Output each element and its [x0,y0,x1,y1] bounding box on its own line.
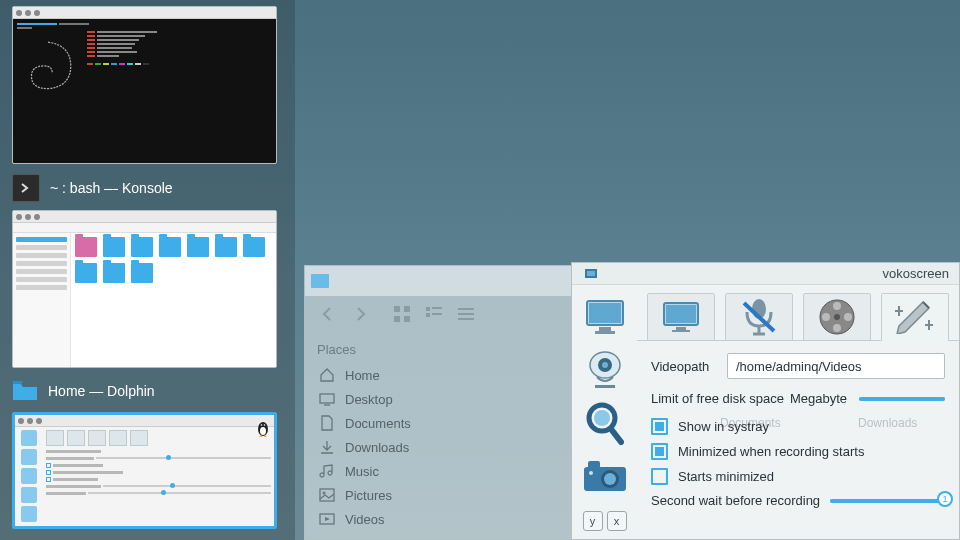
task-thumbnail-dolphin[interactable] [12,210,277,368]
svg-rect-4 [394,306,400,312]
freespace-label: Limit of free disk space [651,391,784,406]
starts-minimized-label: Starts minimized [678,469,774,484]
vokoscreen-top-tabs [637,285,959,341]
top-tab-screen[interactable] [647,293,715,341]
side-tab-camera[interactable] [579,454,631,502]
svg-point-46 [822,313,830,321]
svg-rect-6 [394,316,400,322]
svg-rect-22 [589,303,621,323]
hotkey-y: y [583,511,603,531]
svg-point-45 [833,324,841,332]
places-item-pictures[interactable]: Pictures [317,483,561,507]
minimized-recording-row[interactable]: Minimized when recording starts [651,443,945,460]
svg-point-47 [834,314,840,320]
task-switcher-panel: ~ : bash — Konsole Home — Dolphin [0,0,295,540]
task-row-konsole[interactable]: ~ : bash — Konsole [6,168,289,210]
minimized-recording-checkbox[interactable] [651,443,668,460]
places-item-documents[interactable]: Documents [317,411,561,435]
videopath-input[interactable] [727,353,945,379]
svg-rect-28 [595,385,615,388]
dolphin-window-background: Places Home Desktop Documents Downloads … [304,265,574,540]
svg-point-3 [264,424,266,426]
svg-point-35 [589,471,593,475]
debian-swirl-icon [17,37,79,99]
freespace-slider[interactable] [859,397,945,401]
svg-rect-15 [320,394,334,403]
svg-point-44 [844,313,852,321]
svg-rect-11 [432,313,442,315]
videopath-row: Videopath [651,353,945,379]
compact-icon [425,305,443,323]
starts-minimized-row[interactable]: Starts minimized [651,468,945,485]
countdown-value[interactable]: 1 [937,491,953,507]
svg-rect-14 [458,318,474,320]
svg-rect-38 [676,327,686,330]
window-title: vokoscreen [883,266,949,281]
svg-rect-10 [426,313,430,317]
folder-icon [12,378,38,404]
dolphin-toolbar [305,296,573,332]
show-systray-row[interactable]: Show in systray [651,418,945,435]
vokoscreen-titlebar[interactable]: vokoscreen [572,263,959,285]
freespace-row: Limit of free disk space Megabyte [651,391,945,406]
freespace-unit: Megabyte [790,391,847,406]
places-item-videos[interactable]: Videos [317,507,561,531]
side-tab-display[interactable] [579,293,631,341]
grid-icon [393,305,411,323]
top-tab-misc[interactable] [881,293,949,341]
countdown-row: Second wait before recording 1 [651,493,945,508]
svg-rect-37 [666,305,696,323]
countdown-label: Second wait before recording [651,493,820,508]
vokoscreen-side-tabs: y x [572,285,637,539]
svg-rect-7 [404,316,410,322]
svg-rect-23 [599,327,611,331]
places-item-home[interactable]: Home [317,363,561,387]
svg-rect-13 [458,313,474,315]
svg-rect-9 [432,307,442,309]
task-thumbnail-konsole[interactable] [12,6,277,164]
places-item-music[interactable]: Music [317,459,561,483]
side-tab-webcam[interactable] [579,347,631,395]
detail-icon [457,305,475,323]
starts-minimized-checkbox[interactable] [651,468,668,485]
task-thumbnail-vokoscreen[interactable] [12,412,277,529]
svg-point-27 [602,362,608,368]
back-icon [319,305,337,323]
places-heading: Places [317,342,561,357]
countdown-slider[interactable]: 1 [830,499,945,503]
svg-rect-39 [672,330,690,332]
forward-icon [351,305,369,323]
svg-rect-32 [588,461,600,469]
hotkey-row: y x [583,511,627,531]
show-systray-label: Show in systray [678,419,769,434]
svg-rect-5 [404,306,410,312]
svg-rect-12 [458,308,474,310]
tux-icon [256,419,270,437]
svg-point-43 [833,302,841,310]
top-tab-codec[interactable] [803,293,871,341]
places-item-downloads[interactable]: Downloads [317,435,561,459]
vokoscreen-window: vokoscreen y x [571,262,960,540]
side-tab-magnifier[interactable] [579,400,631,448]
show-systray-checkbox[interactable] [651,418,668,435]
task-title: ~ : bash — Konsole [50,180,173,196]
konsole-icon [12,174,40,202]
top-tab-audio[interactable] [725,293,793,341]
task-row-dolphin[interactable]: Home — Dolphin [6,372,289,412]
places-item-desktop[interactable]: Desktop [317,387,561,411]
task-title: Home — Dolphin [48,383,155,399]
svg-rect-24 [595,331,615,334]
svg-point-34 [604,473,616,485]
svg-rect-20 [587,271,595,276]
svg-point-1 [260,427,266,435]
hotkey-x: x [607,511,627,531]
minimized-recording-label: Minimized when recording starts [678,444,864,459]
svg-point-2 [261,424,263,426]
svg-rect-8 [426,307,430,311]
folder-icon [311,274,329,288]
videopath-label: Videopath [651,359,717,374]
vokoscreen-app-icon [584,267,598,281]
svg-point-30 [594,410,610,426]
svg-point-17 [323,492,326,495]
